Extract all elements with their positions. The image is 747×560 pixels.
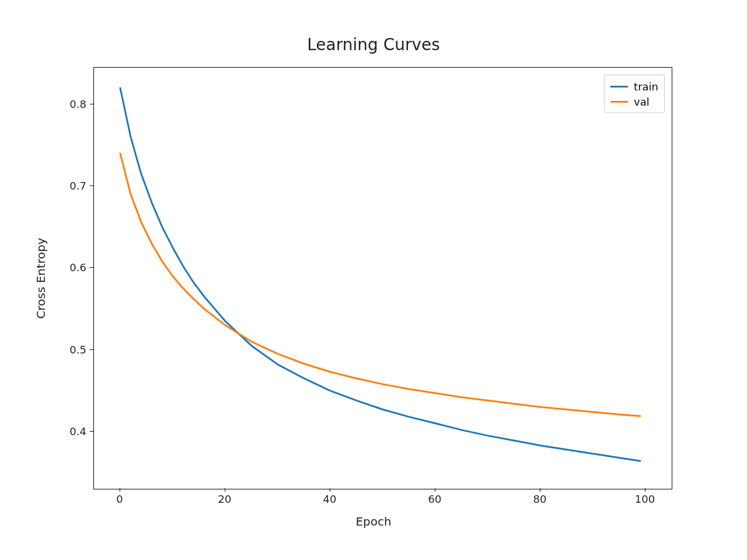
legend-label-val: val: [634, 96, 650, 108]
legend-swatch-train: [610, 86, 628, 88]
plot-area: train val: [93, 67, 672, 489]
y-tick: [90, 431, 93, 432]
y-axis-label: Cross Entropy: [34, 238, 48, 319]
x-tick-label: 100: [635, 493, 655, 505]
chart-canvas: [94, 68, 672, 489]
legend-item-train: train: [610, 79, 658, 94]
y-tick: [90, 186, 93, 186]
y-tick: [90, 349, 93, 350]
chart-title: Learning Curves: [0, 35, 747, 54]
y-tick: [90, 267, 93, 268]
legend-item-val: val: [610, 94, 658, 109]
x-tick: [540, 488, 540, 492]
legend-label-train: train: [634, 80, 658, 93]
x-tick: [645, 488, 645, 492]
series-line-val: [120, 153, 640, 416]
x-tick: [330, 488, 330, 492]
x-tick-label: 60: [428, 493, 442, 505]
x-tick-label: 20: [218, 493, 232, 505]
legend: train val: [604, 75, 665, 113]
y-tick-label: 0.5: [69, 343, 86, 355]
y-tick-label: 0.7: [69, 180, 86, 192]
y-tick: [90, 104, 93, 104]
x-axis-label: Epoch: [0, 514, 747, 528]
x-tick: [435, 488, 435, 492]
x-tick: [120, 488, 120, 492]
x-tick: [225, 488, 225, 492]
y-tick-label: 0.8: [69, 98, 86, 110]
x-tick-label: 40: [323, 493, 337, 505]
x-tick-label: 0: [116, 493, 123, 505]
legend-swatch-val: [610, 101, 628, 103]
series-line-train: [120, 88, 640, 461]
y-tick-label: 0.4: [69, 425, 86, 437]
chart-figure: Learning Curves train val Epoch Cross En…: [0, 0, 747, 560]
y-tick-label: 0.6: [69, 261, 86, 274]
x-tick-label: 80: [533, 493, 547, 505]
